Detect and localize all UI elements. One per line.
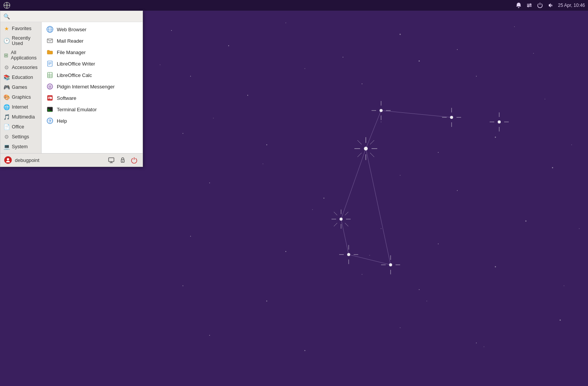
bottom-actions [107, 155, 139, 165]
libreoffice-calc-icon [46, 71, 54, 79]
svg-point-27 [381, 228, 381, 229]
app-file-manager[interactable]: File Manager [42, 46, 143, 58]
svg-point-16 [266, 144, 267, 145]
category-education-label: Education [12, 75, 33, 80]
svg-point-37 [400, 327, 401, 328]
terminal-icon [46, 106, 54, 113]
svg-point-35 [209, 335, 210, 336]
svg-point-21 [324, 198, 324, 199]
category-recently-used[interactable]: 🕐 Recently Used [0, 34, 41, 48]
svg-point-41 [213, 118, 213, 118]
notification-icon[interactable] [515, 2, 522, 9]
terminal-label: Terminal Emulator [57, 107, 97, 112]
svg-point-96 [498, 120, 501, 123]
svg-point-30 [183, 285, 183, 286]
categories-sidebar: ★ Favorites 🕐 Recently Used ⊞ All Applic… [0, 22, 42, 153]
category-accessories-label: Accessories [12, 65, 37, 70]
svg-rect-117 [48, 72, 52, 78]
apps-list: Web Browser Mail Reader [42, 22, 143, 153]
app-menu: 🔍 ★ Favorites 🕐 Recently Used ⊞ All Appl… [0, 11, 143, 167]
svg-point-105 [4, 5, 5, 6]
svg-point-125 [50, 86, 51, 87]
app-software[interactable]: Software [42, 92, 143, 104]
svg-point-124 [49, 86, 50, 87]
desktop: 25 Apr, 10:46 🔍 ★ Favorites 🕐 Recently U… [0, 0, 588, 386]
category-all-applications-label: All Applications [11, 50, 38, 61]
category-system-label: System [12, 144, 28, 149]
svg-point-67 [364, 147, 368, 151]
power-button[interactable] [130, 155, 139, 165]
category-education[interactable]: 📚 Education [0, 72, 41, 82]
web-browser-icon [46, 26, 54, 33]
app-pidgin[interactable]: Pidgin Internet Messenger [42, 81, 143, 92]
svg-point-24 [552, 167, 553, 168]
software-icon [46, 94, 54, 102]
category-office[interactable]: 📄 Office [0, 122, 41, 132]
app-web-browser[interactable]: Web Browser [42, 24, 143, 35]
libreoffice-writer-label: LibreOffice Writer [57, 61, 95, 67]
svg-point-36 [304, 350, 305, 351]
search-input[interactable] [12, 14, 139, 19]
accessories-icon: ⚙ [3, 64, 10, 70]
category-internet-label: Internet [12, 104, 28, 110]
svg-rect-129 [48, 98, 51, 98]
svg-point-18 [438, 152, 439, 153]
svg-point-102 [5, 4, 8, 6]
svg-point-6 [457, 49, 458, 50]
svg-point-2 [228, 45, 229, 46]
svg-point-34 [495, 266, 496, 267]
svg-point-15 [183, 133, 183, 134]
app-help[interactable]: ? Help [42, 115, 143, 127]
app-mail-reader[interactable]: Mail Reader [42, 35, 143, 46]
svg-point-40 [160, 64, 160, 65]
taskbar-logo[interactable] [3, 2, 11, 9]
mail-reader-icon [46, 37, 54, 45]
graphics-icon: 🎨 [3, 94, 10, 100]
svg-point-106 [9, 5, 10, 6]
games-icon: 🎮 [3, 84, 10, 90]
category-internet[interactable]: 🌐 Internet [0, 102, 41, 112]
svg-point-17 [381, 122, 381, 122]
recently-used-icon: 🕐 [3, 38, 10, 44]
svg-point-48 [571, 144, 572, 145]
settings-icon: ⚙ [3, 134, 10, 140]
svg-point-91 [347, 253, 350, 256]
pidgin-label: Pidgin Internet Messenger [57, 84, 115, 90]
svg-point-8 [190, 76, 191, 77]
username-label: debugpoint [15, 157, 104, 163]
svg-point-39 [560, 320, 561, 321]
svg-point-50 [564, 285, 564, 286]
internet-icon: 🌐 [3, 104, 10, 110]
category-graphics[interactable]: 🎨 Graphics [0, 92, 41, 102]
search-icon: 🔍 [3, 13, 10, 19]
svg-point-38 [476, 343, 477, 343]
svg-point-14 [533, 53, 534, 54]
category-multimedia[interactable]: 🎵 Multimedia [0, 112, 41, 122]
taskbar-datetime: 25 Apr, 10:46 [558, 3, 585, 8]
lock-button[interactable] [118, 155, 127, 165]
svg-point-22 [400, 175, 401, 176]
app-terminal[interactable]: Terminal Emulator [42, 104, 143, 115]
screen-button[interactable] [107, 155, 116, 165]
category-settings[interactable]: ⚙ Settings [0, 132, 41, 142]
svg-point-104 [6, 7, 8, 9]
category-office-label: Office [12, 124, 24, 130]
power-icon[interactable] [537, 2, 543, 9]
category-all-applications[interactable]: ⊞ All Applications [0, 48, 41, 62]
volume-icon[interactable] [547, 2, 554, 9]
app-libreoffice-calc[interactable]: LibreOffice Calc [42, 69, 143, 81]
switch-icon[interactable] [526, 2, 533, 9]
svg-point-1 [171, 30, 172, 31]
svg-point-47 [545, 99, 545, 99]
software-label: Software [57, 95, 76, 101]
libreoffice-writer-icon [46, 60, 54, 67]
svg-point-58 [340, 218, 343, 221]
app-libreoffice-writer[interactable]: LibreOffice Writer [42, 58, 143, 69]
category-favorites[interactable]: ★ Favorites [0, 24, 41, 34]
svg-point-9 [247, 95, 248, 96]
category-settings-label: Settings [12, 134, 29, 139]
category-system[interactable]: 💻 System [0, 142, 41, 152]
svg-point-11 [362, 83, 362, 84]
category-accessories[interactable]: ⚙ Accessories [0, 62, 41, 72]
category-games[interactable]: 🎮 Games [0, 82, 41, 92]
